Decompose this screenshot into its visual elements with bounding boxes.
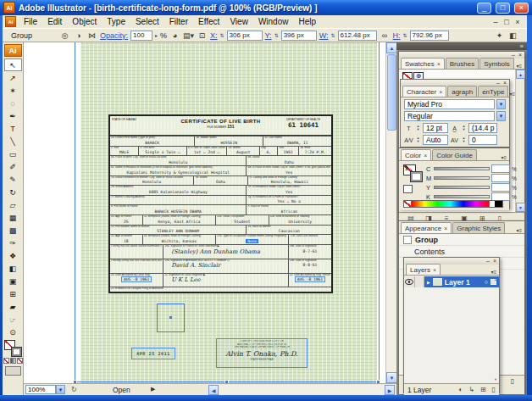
x-input[interactable]: 306 px bbox=[227, 31, 263, 41]
panel-minimize-icon[interactable]: – bbox=[486, 258, 490, 265]
blend-tool[interactable]: ❖ bbox=[4, 249, 22, 262]
panel-flyout-icon[interactable]: ▾≡ bbox=[501, 154, 509, 160]
registrar-certification-stamp[interactable]: I CERTIFY THIS IS A TRUE COPY OR ABSTRAC… bbox=[216, 338, 308, 368]
doc-minimize-button[interactable]: – bbox=[491, 18, 500, 26]
dock-collapse-button[interactable]: » bbox=[396, 42, 527, 50]
rotate-tool[interactable]: ↻ bbox=[4, 186, 22, 198]
channel-value-input[interactable] bbox=[491, 183, 510, 192]
expand-arrow-icon[interactable]: ▶ bbox=[427, 280, 430, 285]
last-color-widget[interactable] bbox=[403, 185, 413, 193]
tab-swatches[interactable]: Swatches× bbox=[401, 58, 445, 69]
certificate-field[interactable]: 6c. Name of Hospital or Institution (If … bbox=[110, 166, 246, 175]
layer-name[interactable]: Layer 1 bbox=[445, 278, 482, 287]
certificate-field[interactable]: 1b. Middle NameHUSSEIN bbox=[194, 136, 263, 146]
spectrum-black-swatch[interactable] bbox=[495, 201, 502, 207]
certificate-field[interactable]: 18a. Signature of Parent or Other Inform… bbox=[163, 245, 288, 259]
spectrum-white-swatch[interactable] bbox=[489, 201, 495, 207]
certificate-field[interactable]: 7d. Street Address6085 Kalanianaole High… bbox=[110, 186, 246, 195]
certificate-field[interactable]: 10. Age of Father25 bbox=[110, 215, 142, 225]
layer-row[interactable]: ▶ Layer 1 ○ bbox=[404, 276, 499, 287]
rectangle-tool[interactable]: ▭ bbox=[4, 148, 22, 160]
certificate-field[interactable]: 2. SexMALE bbox=[110, 147, 138, 156]
certificate-field[interactable]: 22. Date Accepted by Reg. GeneralAUG -8 … bbox=[288, 274, 331, 287]
close-tab-icon[interactable]: × bbox=[424, 153, 427, 159]
stroke-color-swatch[interactable] bbox=[410, 171, 423, 182]
appearance-row-group[interactable]: Group bbox=[399, 234, 524, 246]
panel-flyout-icon[interactable]: ▾≡ bbox=[490, 269, 499, 275]
date-received-stamp[interactable]: APR 25 2011 bbox=[131, 348, 175, 359]
h-link[interactable]: H: bbox=[393, 31, 401, 40]
tab-layers[interactable]: Layers× bbox=[406, 264, 441, 275]
font-style-select[interactable]: Regular bbox=[404, 111, 495, 121]
scroll-up-icon[interactable]: ▲ bbox=[494, 277, 497, 281]
certificate-field[interactable]: 14. Race of MotherCaucasian bbox=[246, 226, 331, 235]
font-style-dropdown-icon[interactable]: ▼ bbox=[496, 111, 506, 121]
visibility-eye-icon[interactable] bbox=[404, 276, 415, 287]
brush-lock-icon[interactable]: ✦ bbox=[494, 31, 505, 41]
certificate-field[interactable]: 7e. Is Residence Inside City or Town Lim… bbox=[246, 186, 331, 195]
channel-value-input[interactable] bbox=[491, 174, 510, 182]
certificate-field[interactable]: 6a. Place of Birth: City, Town or Rural … bbox=[110, 156, 246, 165]
channel-slider[interactable] bbox=[434, 186, 490, 189]
live-paint-selection-tool[interactable]: ▣ bbox=[4, 275, 22, 287]
y-input[interactable]: 396 px bbox=[281, 31, 317, 41]
line-segment-tool[interactable]: ╲ bbox=[4, 135, 22, 148]
menu-file[interactable]: File bbox=[19, 16, 42, 27]
color-spectrum-bar[interactable] bbox=[403, 200, 503, 208]
create-sublayer-button[interactable]: ↳ bbox=[468, 386, 474, 393]
channel-slider[interactable] bbox=[434, 176, 490, 180]
leading-select[interactable]: (14.4 p bbox=[468, 123, 497, 133]
certificate-field[interactable]: 15. Age of Mother18 bbox=[110, 235, 142, 244]
close-tab-icon[interactable]: × bbox=[437, 61, 441, 67]
panel-flyout-icon[interactable]: ▾≡ bbox=[509, 91, 518, 97]
none-mode-button[interactable] bbox=[17, 358, 23, 364]
align-options-icon[interactable]: ▤▾ bbox=[183, 31, 194, 41]
type-tool[interactable]: T bbox=[4, 122, 22, 135]
certificate-field[interactable]: 11. Birthplace (Island, State or Foreign… bbox=[142, 215, 215, 225]
selected-empty-frame[interactable] bbox=[157, 304, 185, 332]
delete-layer-button[interactable]: ▯ bbox=[492, 386, 496, 393]
zoom-tool[interactable]: ⊙ bbox=[4, 326, 22, 338]
tab-entype[interactable]: enType bbox=[478, 86, 508, 97]
certificate-field[interactable]: 7a. Usual Residence of Mother: City, Tow… bbox=[110, 176, 193, 186]
font-family-dropdown-icon[interactable]: ▼ bbox=[496, 99, 506, 109]
variable-width-icon[interactable]: ◑ bbox=[73, 31, 84, 41]
menu-object[interactable]: Object bbox=[67, 16, 102, 27]
certificate-field[interactable]: 6d. Is Place of Birth Inside City or Tow… bbox=[246, 166, 331, 175]
doc-close-button[interactable]: × bbox=[513, 18, 522, 26]
doc-restore-button[interactable]: □ bbox=[502, 18, 511, 26]
live-paint-bucket-tool[interactable]: ◧ bbox=[4, 262, 22, 275]
certificate-field[interactable]: 6b. IslandOahu bbox=[246, 156, 331, 165]
leading-stepper[interactable]: ▲▼ bbox=[461, 125, 467, 131]
panel-flyout-icon[interactable]: ▾≡ bbox=[516, 63, 524, 69]
vertical-scroll-thumb[interactable] bbox=[387, 54, 396, 131]
crop-area-tool[interactable]: ⊞ bbox=[4, 287, 22, 300]
scroll-up-icon[interactable]: ▲ bbox=[516, 70, 525, 79]
certificate-field[interactable]: 12b. Kind of Business or IndustryUnivers… bbox=[269, 215, 331, 225]
certificate-field[interactable]: 20. Date Accepted by Local Reg.AUG -8 19… bbox=[110, 274, 163, 287]
certificate-field[interactable]: 4. If Twin or Triplet, Was Child Born1st… bbox=[186, 147, 227, 156]
maximize-button[interactable]: □ bbox=[496, 3, 510, 14]
tab-color[interactable]: Color× bbox=[401, 149, 431, 160]
certificate-field[interactable]: 12a. Usual OccupationStudent bbox=[215, 215, 269, 225]
scroll-down-icon[interactable]: ▼ bbox=[516, 203, 525, 212]
opacity-dropdown-icon[interactable]: ▸ bbox=[155, 33, 158, 38]
y-link[interactable]: Y: bbox=[265, 31, 272, 40]
gradient-tool[interactable]: ▩ bbox=[4, 224, 22, 237]
kerning-stepper[interactable]: ▲▼ bbox=[415, 136, 421, 143]
constrain-proportions-icon[interactable]: ∞ bbox=[380, 31, 391, 41]
tab-agraph[interactable]: agraph bbox=[447, 86, 477, 97]
scroll-down-icon[interactable]: ▼ bbox=[494, 377, 497, 382]
minimize-button[interactable]: _ bbox=[477, 3, 491, 14]
certificate-field[interactable]: 7b. IslandOahu bbox=[193, 176, 247, 186]
certificate-field[interactable]: 18b. Date of Signature8-7-61 bbox=[288, 245, 331, 259]
certificate-field[interactable]: 7g. Is Residence on a Farm or Plantation… bbox=[246, 196, 331, 205]
certificate-field[interactable]: I certify that the above stated informat… bbox=[110, 245, 163, 259]
tab-color-guide[interactable]: Color Guide bbox=[432, 149, 477, 160]
magic-wand-tool[interactable]: ✶ bbox=[4, 84, 22, 97]
tracking-stepper[interactable]: ▲▼ bbox=[461, 136, 467, 143]
tab-brushes[interactable]: Brushes bbox=[446, 58, 479, 69]
w-input[interactable]: 612.48 px bbox=[338, 31, 377, 41]
kerning-select[interactable]: Auto bbox=[423, 135, 448, 145]
stroke-color-swatch[interactable] bbox=[11, 347, 22, 357]
